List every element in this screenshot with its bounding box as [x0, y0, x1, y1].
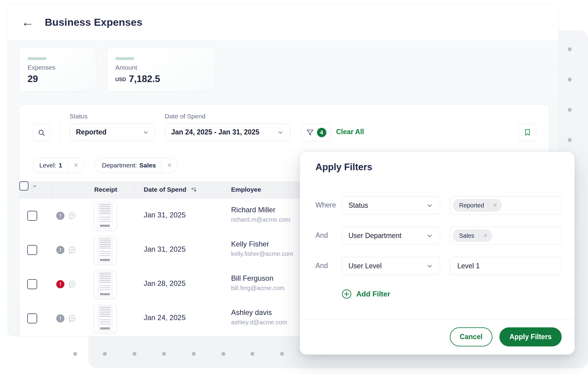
status-select-value: Reported	[76, 128, 106, 136]
employee-email: bill.ferg@acme.com	[231, 285, 285, 292]
decorative-dot	[73, 352, 77, 356]
add-filter-button[interactable]: Add Filter	[341, 289, 390, 299]
value-field-level[interactable]: Level 1	[450, 257, 562, 275]
divider	[19, 150, 549, 151]
apply-filters-button[interactable]: Apply Filters	[499, 327, 562, 346]
modal-title: Apply Filters	[315, 162, 372, 173]
column-header-employee: Employee	[231, 186, 261, 193]
employee-cell: Kelly Fisher kelly.fisher@acme.com	[231, 240, 293, 257]
value-field-status[interactable]: Reported ×	[450, 196, 562, 214]
row-checkbox[interactable]	[27, 279, 37, 289]
decorative-dot	[192, 352, 196, 356]
receipt-thumbnail[interactable]	[94, 202, 117, 230]
date-of-spend: Jan 31, 2025	[144, 245, 186, 253]
filters-button[interactable]: 4	[301, 124, 331, 141]
stat-value: 29	[28, 74, 38, 84]
remove-value-button[interactable]: ×	[479, 229, 492, 242]
search-button[interactable]	[33, 124, 50, 141]
row-checkbox[interactable]	[27, 211, 37, 221]
column-divider	[222, 181, 222, 199]
date-of-spend: Jan 28, 2025	[144, 279, 186, 288]
decorative-dot	[568, 78, 572, 81]
alert-icon: !	[56, 280, 64, 288]
remove-value-button[interactable]: ×	[488, 199, 502, 212]
stat-accent-bar	[115, 57, 134, 60]
stat-accent-bar	[28, 57, 47, 60]
close-icon: ×	[484, 232, 488, 240]
field-select-department[interactable]: User Department	[341, 227, 440, 245]
decorative-dot	[568, 47, 572, 51]
amount-value: 7,182.5	[129, 74, 160, 84]
stat-card-expenses: Expenses 29	[19, 48, 96, 92]
conjunction-label: And	[315, 262, 328, 270]
alert-icon: !	[56, 212, 64, 220]
chevron-down-icon[interactable]	[32, 184, 37, 189]
search-icon	[38, 129, 46, 137]
employee-cell: Richard Miller richard.m@acme.com	[231, 206, 290, 223]
stat-value: USD7,182.5	[115, 74, 160, 84]
date-range-select[interactable]: Jan 24, 2025 - Jan 31, 2025	[165, 124, 290, 141]
value-field-department[interactable]: Sales ×	[450, 227, 562, 245]
chevron-down-icon	[277, 129, 284, 136]
currency-code: USD	[115, 77, 126, 82]
receipt-thumbnail[interactable]	[94, 236, 117, 265]
back-arrow-icon: ←	[21, 15, 34, 29]
status-filter-label: Status	[70, 113, 88, 120]
employee-name: Bill Ferguson	[231, 274, 285, 283]
column-header-date-sort[interactable]: Date of Spend	[144, 186, 198, 193]
back-button[interactable]: ←	[21, 16, 34, 28]
stat-label: Amount	[115, 64, 137, 71]
funnel-icon	[306, 128, 314, 137]
remove-chip-button[interactable]: ×	[161, 158, 177, 173]
employee-name: Richard Miller	[231, 206, 290, 214]
filter-rule-row: And User Department Sales ×	[300, 227, 574, 245]
decorative-dot	[221, 352, 225, 356]
apply-filters-modal: Apply Filters Where Status Reported × An…	[300, 152, 575, 355]
close-icon: ×	[167, 161, 172, 170]
chevron-down-icon	[426, 263, 433, 270]
conjunction-label: And	[315, 231, 328, 240]
filter-chip-level: Level:1 ×	[32, 157, 84, 173]
chip-label: Department:Sales	[95, 162, 161, 169]
add-comment-icon[interactable]	[68, 280, 77, 289]
column-header-receipt: Receipt	[77, 186, 134, 193]
employee-email: kelly.fisher@acme.com	[231, 250, 293, 257]
field-select-status[interactable]: Status	[341, 196, 440, 214]
status-select[interactable]: Reported	[70, 124, 155, 141]
receipt-thumbnail[interactable]	[94, 270, 117, 299]
chevron-down-icon	[426, 232, 433, 239]
decorative-dot	[568, 138, 572, 142]
employee-cell: Ashley davis ashley.d@acme.com	[231, 308, 287, 326]
date-range-value: Jan 24, 2025 - Jan 31, 2025	[171, 128, 260, 136]
clear-all-link[interactable]: Clear All	[336, 128, 364, 136]
chevron-down-icon	[142, 129, 149, 136]
date-of-spend: Jan 31, 2025	[144, 211, 186, 219]
cancel-button[interactable]: Cancel	[450, 327, 492, 346]
row-checkbox[interactable]	[27, 313, 37, 323]
employee-email: ashley.d@acme.com	[231, 319, 287, 326]
close-icon: ×	[493, 201, 497, 209]
column-divider	[51, 181, 52, 199]
stat-card-amount: Amount USD7,182.5	[107, 48, 215, 92]
value-chip: Sales ×	[453, 229, 492, 242]
filter-rule-row: And User Level Level 1	[300, 257, 574, 275]
modal-footer: Cancel Apply Filters	[300, 319, 574, 354]
add-comment-icon[interactable]	[68, 246, 77, 254]
stat-label: Expenses	[28, 64, 55, 71]
saved-views-button[interactable]	[519, 124, 536, 141]
field-select-level[interactable]: User Level	[341, 257, 440, 275]
bookmark-icon	[524, 128, 531, 136]
decorative-dot	[280, 352, 284, 356]
receipt-thumbnail[interactable]	[94, 304, 117, 333]
value-chip: Reported ×	[453, 199, 502, 212]
select-all-checkbox[interactable]	[19, 181, 28, 190]
add-comment-icon[interactable]	[68, 211, 77, 220]
employee-name: Kelly Fisher	[231, 240, 293, 248]
remove-chip-button[interactable]: ×	[68, 158, 84, 173]
filter-rule-row: Where Status Reported ×	[300, 196, 574, 214]
decorative-dot	[250, 352, 254, 356]
conjunction-label: Where	[315, 201, 336, 209]
row-checkbox[interactable]	[27, 245, 37, 255]
decorative-dot	[568, 108, 572, 112]
add-comment-icon[interactable]	[68, 314, 77, 323]
